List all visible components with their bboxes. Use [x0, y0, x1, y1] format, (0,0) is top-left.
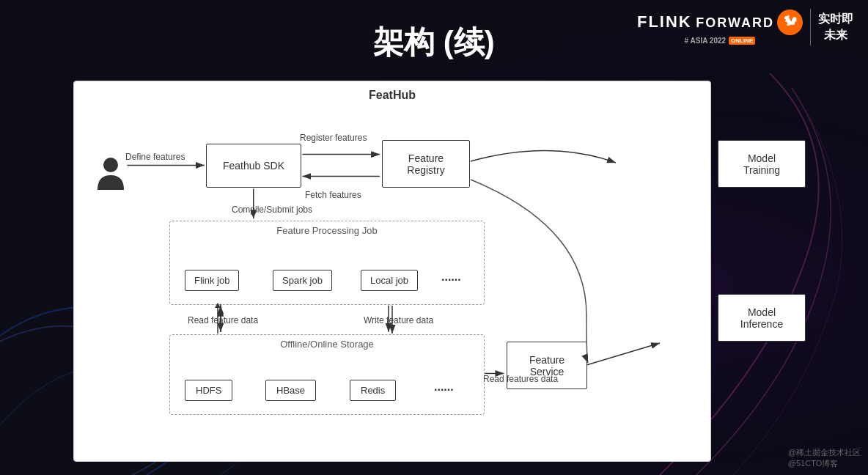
watermark: @稀土掘金技术社区 @51CTO博客 — [788, 447, 861, 469]
register-features-label: Register features — [300, 133, 367, 143]
model-inference-box: Model Inference — [718, 294, 806, 342]
redis-box: Redis — [350, 380, 396, 401]
feature-registry-box: Feature Registry — [382, 140, 470, 188]
diagram-box: FeatHub Define features Feathub SDK Feat… — [73, 81, 711, 462]
storage-title: Offline/Online Storage — [170, 339, 484, 350]
compile-submit-label: Compile/Submit jobs — [232, 205, 312, 215]
hbase-box: HBase — [265, 380, 316, 401]
spark-job-box: Spark job — [273, 270, 332, 291]
fetch-features-label: Fetch features — [305, 190, 361, 200]
read-features-data-label: Read features data — [483, 373, 558, 386]
model-training-box: Model Training — [718, 140, 806, 188]
diagram-container: FeatHub Define features Feathub SDK Feat… — [73, 81, 809, 453]
diagram-title: FeatHub — [74, 89, 710, 102]
write-feature-data-label: Write feature data — [364, 314, 433, 327]
storage-container: Offline/Online Storage HDFS HBase Redis … — [169, 334, 485, 415]
processing-container: Feature Processing Job Flink job Spark j… — [169, 221, 485, 305]
user-icon — [96, 155, 125, 198]
define-features-label: Define features — [125, 151, 185, 163]
local-job-box: Local job — [361, 270, 418, 291]
svg-point-2 — [103, 158, 118, 172]
page-title: 架构 (续) — [0, 22, 868, 63]
feathub-sdk-box: Feathub SDK — [206, 144, 301, 188]
flink-job-box: Flink job — [185, 270, 239, 291]
hdfs-box: HDFS — [185, 380, 232, 401]
read-feature-data-label: Read feature data — [188, 314, 258, 327]
processing-title: Feature Processing Job — [170, 225, 484, 236]
storage-dots: ...... — [434, 380, 454, 394]
processing-dots: ...... — [441, 270, 461, 284]
